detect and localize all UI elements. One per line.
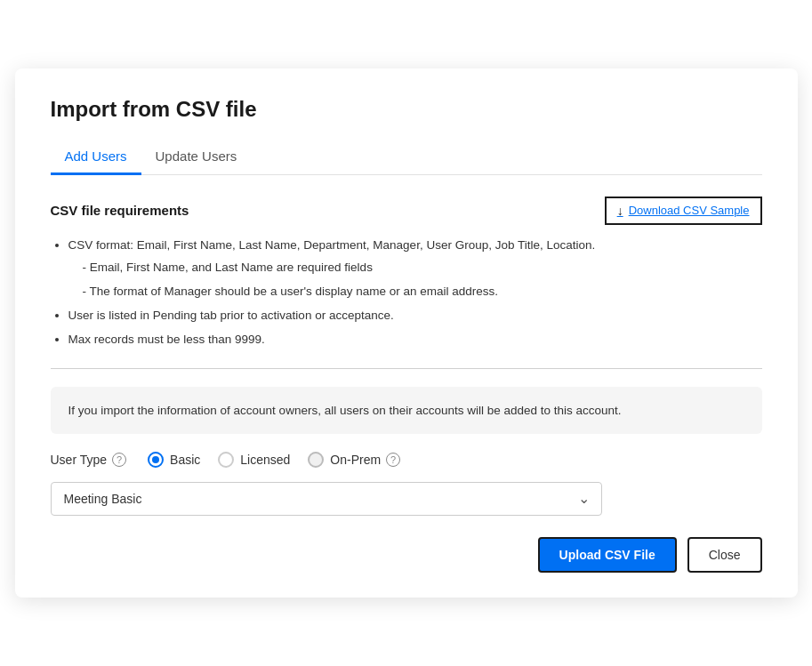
radio-option-on-prem[interactable]: On-Prem — [308, 452, 381, 468]
info-box: If you import the information of account… — [51, 387, 762, 435]
meeting-type-dropdown[interactable]: Meeting Basic Zoom One Pro Zoom One Busi… — [51, 482, 602, 516]
footer-actions: Upload CSV File Close — [51, 537, 762, 573]
requirement-item-3: Max records must be less than 9999. — [68, 330, 762, 350]
tab-add-users[interactable]: Add Users — [51, 140, 141, 175]
on-prem-row: On-Prem ? — [308, 452, 400, 468]
download-csv-sample-button[interactable]: ↓ Download CSV Sample — [605, 197, 762, 225]
info-box-text: If you import the information of account… — [68, 404, 622, 417]
radio-licensed-label: Licensed — [240, 453, 290, 467]
radio-option-licensed[interactable]: Licensed — [218, 452, 290, 468]
radio-on-prem-label: On-Prem — [330, 453, 381, 467]
requirement-item-1-text: CSV format: Email, First Name, Last Name… — [68, 238, 596, 252]
radio-option-basic[interactable]: Basic — [148, 452, 200, 468]
requirements-title: CSV file requirements — [51, 203, 189, 218]
user-type-text: User Type — [51, 453, 108, 467]
requirement-subnotes: Email, First Name, and Last Name are req… — [68, 258, 762, 302]
dropdown-row: Meeting Basic Zoom One Pro Zoom One Busi… — [51, 482, 762, 516]
radio-basic-label: Basic — [170, 453, 200, 467]
radio-basic[interactable] — [148, 452, 164, 468]
download-btn-label: Download CSV Sample — [629, 204, 750, 217]
radio-on-prem — [308, 452, 324, 468]
requirement-item-1: CSV format: Email, First Name, Last Name… — [68, 236, 762, 302]
close-button[interactable]: Close — [687, 537, 762, 573]
meeting-type-dropdown-wrapper: Meeting Basic Zoom One Pro Zoom One Busi… — [51, 482, 602, 516]
import-dialog: Import from CSV file Add Users Update Us… — [15, 68, 798, 598]
user-type-label: User Type ? — [51, 453, 127, 467]
divider — [51, 368, 762, 369]
requirements-header: CSV file requirements ↓ Download CSV Sam… — [51, 197, 762, 225]
radio-licensed[interactable] — [218, 452, 234, 468]
upload-csv-button[interactable]: Upload CSV File — [538, 537, 677, 573]
download-icon: ↓ — [617, 204, 623, 218]
requirements-list: CSV format: Email, First Name, Last Name… — [51, 236, 762, 350]
tab-update-users[interactable]: Update Users — [141, 140, 252, 175]
tab-bar: Add Users Update Users — [51, 140, 762, 175]
on-prem-help-icon[interactable]: ? — [386, 453, 400, 467]
subnote-1: Email, First Name, and Last Name are req… — [83, 258, 762, 278]
subnote-2: The format of Manager should be a user's… — [83, 282, 762, 302]
user-type-help-icon[interactable]: ? — [112, 453, 126, 467]
user-type-radio-group: Basic Licensed On-Prem ? — [148, 452, 400, 468]
user-type-row: User Type ? Basic Licensed On-Prem ? — [51, 452, 762, 468]
dialog-title: Import from CSV file — [51, 97, 762, 122]
requirement-item-2: User is listed in Pending tab prior to a… — [68, 306, 762, 326]
